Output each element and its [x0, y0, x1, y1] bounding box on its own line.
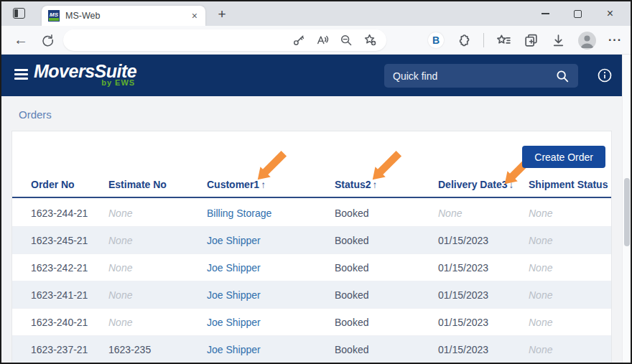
customer-link[interactable]: Joe Shipper: [207, 262, 335, 274]
status-cell: Booked: [335, 289, 438, 301]
info-icon: [597, 67, 613, 83]
profile-avatar[interactable]: [578, 32, 596, 50]
read-aloud-icon[interactable]: [316, 34, 329, 47]
refresh-icon: [40, 33, 54, 47]
back-icon: ←: [14, 32, 28, 48]
browser-tab[interactable]: MS MS-Web ×: [42, 6, 205, 26]
collections-icon[interactable]: [524, 33, 539, 48]
site-favicon: MS: [48, 10, 60, 22]
estimate-no-cell: 1623-235: [108, 344, 207, 355]
close-button[interactable]: ×: [594, 1, 626, 26]
close-icon: ×: [607, 8, 613, 19]
shipment-status-cell: None: [529, 317, 611, 328]
extension-b-icon[interactable]: B: [428, 32, 444, 48]
zoom-out-icon[interactable]: [340, 34, 353, 47]
estimate-no-cell: None: [108, 289, 207, 301]
estimate-no-cell: None: [108, 235, 207, 246]
refresh-button[interactable]: [36, 29, 57, 51]
tab-title: MS-Web: [65, 11, 190, 21]
column-header-shipment-status[interactable]: Shipment Status: [529, 179, 611, 190]
page-content: Orders Create Order Order No Estimate No…: [1, 96, 631, 363]
favorites-icon[interactable]: [496, 33, 511, 48]
shipment-status-cell: None: [529, 344, 611, 355]
minimize-icon: [542, 13, 549, 14]
new-tab-button[interactable]: +: [213, 5, 231, 24]
shipment-status-cell: None: [529, 289, 611, 301]
quick-find-input[interactable]: [393, 70, 555, 82]
browser-toolbar: ← B ···: [1, 26, 631, 55]
create-order-button[interactable]: Create Order: [522, 146, 605, 168]
delivery-date-cell: 01/15/2023: [438, 317, 529, 328]
customer-link[interactable]: Joe Shipper: [207, 289, 335, 301]
status-cell: Booked: [335, 207, 438, 219]
order-no-cell: 1623-240-21: [31, 317, 108, 328]
order-no-cell: 1623-237-21: [31, 344, 108, 355]
delivery-date-cell: 01/15/2023: [438, 289, 529, 301]
delivery-date-cell: None: [438, 207, 529, 219]
table-row[interactable]: 1623-242-21 None Joe Shipper Booked 01/1…: [12, 254, 611, 281]
page-scrollbar[interactable]: [622, 55, 631, 363]
add-favorite-icon[interactable]: [363, 33, 377, 47]
toolbar-divider: [483, 33, 484, 47]
minimize-button[interactable]: [529, 1, 562, 26]
web-page: MoversSuite by EWS Orders Create Order O…: [1, 55, 631, 363]
column-header-order-no[interactable]: Order No: [31, 179, 108, 190]
downloads-icon[interactable]: [551, 33, 566, 48]
delivery-date-cell: 01/15/2023: [438, 262, 529, 274]
order-no-cell: 1623-245-21: [31, 235, 108, 246]
table-body: 1623-244-21 None Billing Storage Booked …: [12, 200, 611, 363]
app-logo: MoversSuite by EWS: [34, 61, 136, 87]
shipment-status-cell: None: [529, 207, 611, 219]
table-row[interactable]: 1623-244-21 None Billing Storage Booked …: [12, 200, 611, 227]
status-cell: Booked: [335, 317, 438, 328]
password-key-icon[interactable]: [292, 34, 305, 47]
order-no-cell: 1623-244-21: [31, 207, 108, 219]
window-controls: ×: [529, 1, 626, 26]
tab-close-icon[interactable]: ×: [190, 10, 199, 22]
search-icon[interactable]: [555, 69, 570, 83]
person-icon: [578, 32, 596, 50]
table-row[interactable]: 1623-240-21 None Joe Shipper Booked 01/1…: [12, 309, 611, 336]
maximize-icon: [574, 10, 582, 18]
customer-link[interactable]: Joe Shipper: [207, 344, 335, 355]
customer-link[interactable]: Joe Shipper: [207, 317, 335, 328]
browser-titlebar: MS MS-Web × + ×: [1, 1, 631, 26]
status-cell: Booked: [335, 344, 438, 355]
settings-more-icon[interactable]: ···: [608, 34, 622, 47]
orders-card: Create Order Order No Estimate No Custom…: [11, 131, 612, 363]
tab-actions-menu-icon[interactable]: [13, 8, 25, 19]
toolbar-right-icons: B ···: [428, 26, 622, 55]
customer-link[interactable]: Joe Shipper: [207, 235, 335, 246]
customer-link[interactable]: Billing Storage: [207, 207, 335, 219]
status-cell: Booked: [335, 262, 438, 274]
browser-window: MS MS-Web × + × ← B: [0, 0, 632, 364]
order-no-cell: 1623-241-21: [31, 289, 108, 301]
page-title: Orders: [19, 108, 52, 121]
hamburger-menu-icon[interactable]: [14, 69, 28, 82]
table-row[interactable]: 1623-241-21 None Joe Shipper Booked 01/1…: [12, 281, 611, 309]
back-button[interactable]: ←: [10, 29, 32, 51]
scrollbar-thumb[interactable]: [624, 178, 630, 246]
annotation-arrow-customer: [254, 148, 289, 184]
quick-find[interactable]: [384, 64, 578, 88]
address-bar-icons: [292, 33, 377, 47]
extensions-icon[interactable]: [456, 33, 471, 48]
estimate-no-cell: None: [108, 262, 207, 274]
delivery-date-cell: 01/15/2023: [438, 235, 529, 246]
estimate-no-cell: None: [108, 317, 207, 328]
info-button[interactable]: [597, 67, 613, 83]
order-no-cell: 1623-242-21: [31, 262, 108, 274]
shipment-status-cell: None: [529, 262, 611, 274]
app-header: MoversSuite by EWS: [1, 55, 631, 96]
delivery-date-cell: 01/15/2023: [438, 344, 529, 355]
column-header-estimate-no[interactable]: Estimate No: [108, 179, 207, 190]
address-bar-input[interactable]: [73, 34, 292, 45]
annotation-arrow-status: [368, 148, 404, 184]
table-row[interactable]: 1623-245-21 None Joe Shipper Booked 01/1…: [12, 227, 611, 254]
status-cell: Booked: [335, 235, 438, 246]
address-bar[interactable]: [63, 29, 386, 51]
estimate-no-cell: None: [108, 207, 207, 219]
shipment-status-cell: None: [529, 235, 611, 246]
maximize-button[interactable]: [562, 1, 594, 26]
table-row[interactable]: 1623-237-21 1623-235 Joe Shipper Booked …: [12, 336, 611, 363]
